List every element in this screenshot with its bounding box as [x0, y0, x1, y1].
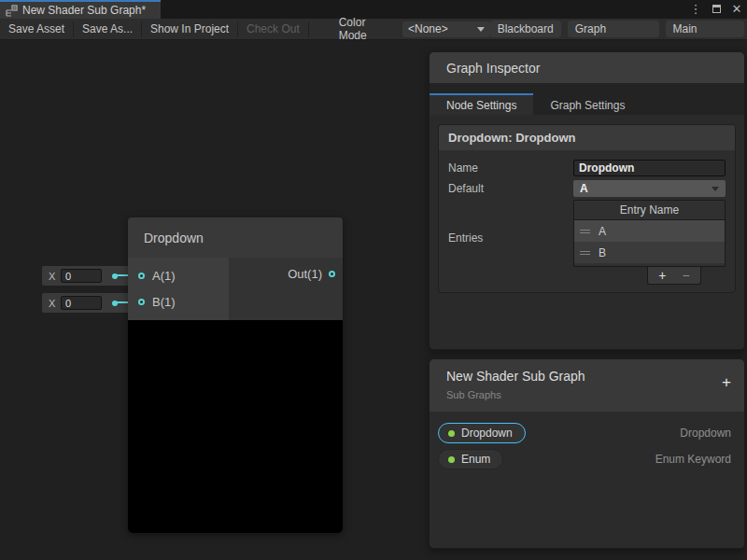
- subgraph-asset-icon: [6, 5, 18, 17]
- node-output-column: Out(1): [229, 258, 343, 320]
- drag-handle-icon[interactable]: [580, 228, 590, 235]
- blackboard-panel: New Shader Sub Graph Sub Graphs + Dropdo…: [429, 358, 745, 549]
- inspector-tab-strip: Node Settings Graph Settings: [430, 83, 744, 115]
- slot-axis-label: X: [49, 271, 61, 282]
- keyword-dot-icon: [448, 456, 455, 463]
- pill-label: Dropdown: [461, 427, 513, 440]
- entries-table-footer: + −: [448, 267, 726, 285]
- input-port-row-a: A(1): [128, 264, 229, 287]
- color-mode-dropdown[interactable]: <None>: [402, 21, 490, 37]
- color-mode-label: Color Mode: [331, 16, 402, 42]
- dropdown-arrow-icon: [712, 187, 719, 191]
- window-menu-icon[interactable]: ⋮: [689, 0, 702, 19]
- slot-axis-label: X: [49, 298, 61, 309]
- save-asset-button[interactable]: Save Asset: [0, 19, 73, 40]
- save-as-button[interactable]: Save As...: [74, 19, 141, 40]
- shader-graph-window: New Shader Sub Graph* ⋮ ✕ Save Asset Sav…: [0, 0, 747, 560]
- window-close-icon[interactable]: ✕: [730, 0, 743, 19]
- document-tab[interactable]: New Shader Sub Graph*: [0, 0, 161, 19]
- output-port-icon[interactable]: [329, 271, 335, 277]
- slot-value-field-a[interactable]: [61, 269, 102, 283]
- name-property-row: Name: [448, 160, 726, 176]
- blackboard-body: Dropdown Dropdown Enum Enum Keyword: [430, 412, 744, 472]
- entry-row-b[interactable]: B: [574, 242, 725, 263]
- section-title: Dropdown: Dropdown: [439, 125, 735, 150]
- blackboard-title: New Shader Sub Graph: [446, 369, 744, 384]
- graph-toolbar: Save Asset Save As... Show In Project Ch…: [0, 19, 747, 40]
- entries-table-header: Entry Name: [574, 201, 725, 220]
- default-dropdown-value: A: [580, 182, 588, 195]
- entries-label: Entries: [448, 231, 573, 245]
- enum-property-pill[interactable]: Enum: [438, 449, 503, 469]
- default-dropdown[interactable]: A: [573, 180, 726, 197]
- entries-property-row: Entries Entry Name A B: [448, 200, 726, 267]
- add-property-button[interactable]: +: [722, 374, 731, 390]
- main-preview-toggle-button[interactable]: Main Preview: [666, 21, 744, 37]
- input-port-a-label: A(1): [152, 269, 176, 283]
- toolbar-right-group: Blackboard Graph Inspector Main Preview: [490, 21, 747, 37]
- node-input-column: A(1) B(1): [128, 258, 229, 320]
- entry-row-a[interactable]: A: [574, 220, 725, 242]
- blackboard-subtitle: Sub Graphs: [446, 389, 744, 400]
- toolbar-separator: [308, 21, 309, 37]
- output-port-label: Out(1): [288, 267, 322, 281]
- add-entry-button[interactable]: +: [653, 268, 671, 284]
- entries-table: Entry Name A B: [573, 200, 726, 267]
- graph-inspector-toggle-button[interactable]: Graph Inspector: [568, 21, 659, 37]
- show-in-project-button[interactable]: Show In Project: [142, 19, 237, 40]
- slot-value-field-b[interactable]: [61, 296, 102, 310]
- node-title[interactable]: Dropdown: [128, 217, 343, 258]
- entry-row-label: A: [599, 225, 606, 238]
- document-tab-label: New Shader Sub Graph*: [22, 4, 146, 17]
- color-mode-value: <None>: [408, 22, 448, 35]
- keyword-dot-icon: [448, 430, 455, 437]
- dropdown-arrow-icon: [477, 27, 485, 32]
- name-field[interactable]: [573, 160, 726, 176]
- output-port-row: Out(1): [288, 267, 335, 281]
- tab-graph-settings[interactable]: Graph Settings: [533, 93, 641, 115]
- dropdown-property-pill[interactable]: Dropdown: [438, 423, 526, 443]
- blackboard-item-enum: Enum Enum Keyword: [430, 446, 744, 472]
- input-port-row-b: B(1): [128, 291, 229, 314]
- input-port-b-icon[interactable]: [138, 299, 145, 305]
- blackboard-item-dropdown: Dropdown Dropdown: [430, 420, 744, 446]
- graph-inspector-panel: Graph Inspector Node Settings Graph Sett…: [429, 51, 745, 350]
- input-port-b-label: B(1): [152, 295, 176, 309]
- blackboard-header[interactable]: New Shader Sub Graph Sub Graphs +: [430, 359, 744, 412]
- default-property-row: Default A: [448, 180, 726, 197]
- name-label: Name: [448, 161, 573, 175]
- remove-entry-button[interactable]: −: [677, 268, 696, 284]
- pill-label: Enum: [461, 453, 490, 466]
- tab-node-settings[interactable]: Node Settings: [430, 93, 533, 115]
- window-maximize-icon[interactable]: [710, 0, 723, 19]
- default-label: Default: [448, 182, 573, 195]
- blackboard-toggle-button[interactable]: Blackboard: [490, 21, 561, 37]
- property-type-label: Dropdown: [680, 427, 731, 440]
- dropdown-settings-section: Dropdown: Dropdown Name Default A Entrie…: [438, 124, 736, 293]
- inspector-content: Dropdown: Dropdown Name Default A Entrie…: [430, 115, 744, 302]
- dropdown-node[interactable]: Dropdown A(1) B(1) Out(1): [128, 217, 343, 533]
- input-port-a-icon[interactable]: [138, 273, 145, 279]
- node-body: A(1) B(1) Out(1): [128, 258, 343, 320]
- node-preview: [128, 320, 343, 533]
- property-type-label: Enum Keyword: [655, 453, 731, 466]
- graph-inspector-header[interactable]: Graph Inspector: [430, 52, 744, 83]
- entry-row-label: B: [599, 246, 606, 259]
- drag-handle-icon[interactable]: [580, 249, 590, 257]
- window-controls: ⋮ ✕: [689, 0, 743, 19]
- entries-add-remove-box: + −: [647, 267, 701, 285]
- check-out-button: Check Out: [238, 19, 308, 40]
